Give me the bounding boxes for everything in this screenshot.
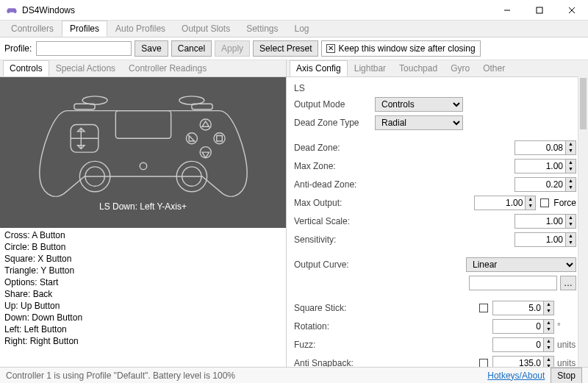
svg-rect-4	[115, 111, 171, 139]
axis-config-panel: LS Output Mode Controls Dead Zone Type R…	[287, 77, 588, 367]
svg-point-14	[82, 96, 107, 104]
output-mode-label: Output Mode	[294, 99, 375, 110]
scrollbar-thumb[interactable]	[580, 78, 587, 129]
anti-snapback-checkbox[interactable]	[479, 359, 488, 367]
tab-output-slots[interactable]: Output Slots	[173, 21, 238, 37]
subtab-touchpad[interactable]: Touchpad	[392, 60, 444, 76]
titlebar: DS4Windows	[0, 0, 588, 21]
tab-profiles[interactable]: Profiles	[62, 21, 107, 37]
subtab-axis-config[interactable]: Axis Config	[290, 60, 348, 76]
subtab-other[interactable]: Other	[476, 60, 512, 76]
left-subtabs: Controls Special Actions Controller Read…	[0, 60, 286, 77]
statusbar: Controller 1 is using Profile "Default".…	[0, 367, 588, 383]
list-item[interactable]: Triangle: Y Button	[4, 265, 282, 276]
section-ls: LS	[294, 83, 576, 93]
max-zone-input[interactable]: ▲▼	[514, 159, 576, 173]
max-output-input[interactable]: ▲▼	[474, 196, 536, 210]
cancel-button[interactable]: Cancel	[171, 40, 212, 57]
list-item[interactable]: Down: Down Button	[4, 312, 282, 323]
keep-window-label: Keep this window size after closing	[338, 43, 475, 54]
tab-settings[interactable]: Settings	[238, 21, 286, 37]
profile-name-input[interactable]	[36, 41, 132, 56]
profile-toolbar: Profile: Save Cancel Apply Select Preset…	[0, 37, 588, 60]
custom-curve-input[interactable]	[469, 276, 557, 290]
list-item[interactable]: Cross: A Button	[4, 229, 282, 241]
controller-diagram[interactable]: LS Down: Left Y-Axis+	[0, 77, 286, 228]
left-pane: Controls Special Actions Controller Read…	[0, 60, 287, 367]
status-text: Controller 1 is using Profile "Default".…	[6, 371, 487, 381]
list-item[interactable]: Up: Up Button	[4, 300, 282, 312]
subtab-controls[interactable]: Controls	[3, 60, 49, 76]
anti-dead-label: Anti-dead Zone:	[294, 179, 390, 190]
svg-rect-1	[537, 7, 542, 13]
main-tabs: Controllers Profiles Auto Profiles Outpu…	[0, 21, 588, 37]
list-item[interactable]: Share: Back	[4, 288, 282, 300]
max-output-label: Max Output:	[294, 198, 390, 208]
subtab-controller-readings[interactable]: Controller Readings	[122, 60, 213, 76]
list-item[interactable]: Square: X Button	[4, 253, 282, 265]
force-checkbox[interactable]	[540, 198, 549, 207]
output-mode-select[interactable]: Controls	[375, 97, 463, 112]
subtab-gyro[interactable]: Gyro	[444, 60, 476, 76]
vertical-scale-input[interactable]: ▲▼	[514, 214, 576, 229]
fuzz-label: Fuzz:	[294, 340, 390, 350]
max-zone-label: Max Zone:	[294, 161, 390, 171]
controller-overlay-label: LS Down: Left Y-Axis+	[99, 201, 187, 212]
right-subtabs: Axis Config Lightbar Touchpad Gyro Other	[287, 60, 588, 77]
list-item[interactable]: Right: Right Button	[4, 335, 282, 347]
keep-window-toggle[interactable]: ✕ Keep this window size after closing	[321, 40, 480, 57]
square-stick-label: Square Stick:	[294, 303, 390, 313]
vertical-scale-label: Vertical Scale:	[294, 216, 390, 226]
sensitivity-input[interactable]: ▲▼	[514, 232, 576, 247]
subtab-special-actions[interactable]: Special Actions	[49, 60, 122, 76]
rotation-input[interactable]: ▲▼	[492, 319, 554, 334]
minimize-button[interactable]	[491, 0, 523, 21]
anti-snapback-unit: units	[557, 358, 576, 367]
svg-point-18	[140, 163, 146, 170]
output-curve-select[interactable]: Linear	[466, 257, 576, 272]
select-preset-button[interactable]: Select Preset	[253, 40, 318, 57]
mapping-list[interactable]: Cross: A Button Circle: B Button Square:…	[0, 228, 286, 367]
svg-point-10	[213, 133, 224, 144]
scrollbar[interactable]	[578, 76, 588, 367]
stop-button[interactable]: Stop	[551, 368, 582, 384]
browse-curve-button[interactable]: …	[560, 276, 576, 290]
save-button[interactable]: Save	[135, 40, 168, 57]
force-label: Force	[553, 198, 576, 208]
square-stick-checkbox[interactable]	[479, 304, 488, 312]
tab-controllers[interactable]: Controllers	[3, 21, 62, 37]
tab-log[interactable]: Log	[287, 21, 318, 37]
fuzz-unit: units	[557, 340, 576, 350]
sensitivity-label: Sensitivity:	[294, 235, 390, 245]
dead-zone-input[interactable]: ▲▼	[514, 140, 576, 155]
hotkeys-link[interactable]: Hotkeys/About	[487, 371, 545, 381]
apply-button[interactable]: Apply	[215, 40, 250, 57]
app-icon	[6, 4, 18, 16]
dead-zone-type-select[interactable]: Radial	[375, 115, 463, 130]
close-button[interactable]	[556, 0, 588, 21]
anti-snapback-label: Anti Snapback:	[294, 358, 390, 367]
output-curve-label: Output Curve:	[294, 259, 390, 270]
subtab-lightbar[interactable]: Lightbar	[348, 60, 392, 76]
square-stick-input[interactable]: ▲▼	[492, 301, 554, 315]
checkbox-icon: ✕	[326, 44, 335, 53]
window-title: DS4Windows	[22, 5, 491, 15]
anti-snapback-input[interactable]: ▲▼	[492, 356, 554, 367]
fuzz-input[interactable]: ▲▼	[492, 337, 554, 352]
right-pane: Axis Config Lightbar Touchpad Gyro Other…	[287, 60, 588, 367]
list-item[interactable]: Circle: B Button	[4, 241, 282, 253]
list-item[interactable]: Left: Left Button	[4, 323, 282, 335]
rotation-unit: °	[557, 321, 576, 332]
dead-zone-type-label: Dead Zone Type	[294, 118, 375, 128]
tab-auto-profiles[interactable]: Auto Profiles	[107, 21, 173, 37]
maximize-button[interactable]	[523, 0, 556, 21]
anti-dead-input[interactable]: ▲▼	[514, 177, 576, 192]
profile-label: Profile:	[4, 43, 32, 54]
dead-zone-label: Dead Zone:	[294, 143, 390, 153]
rotation-label: Rotation:	[294, 321, 390, 332]
list-item[interactable]: Options: Start	[4, 276, 282, 288]
svg-point-15	[179, 96, 204, 104]
